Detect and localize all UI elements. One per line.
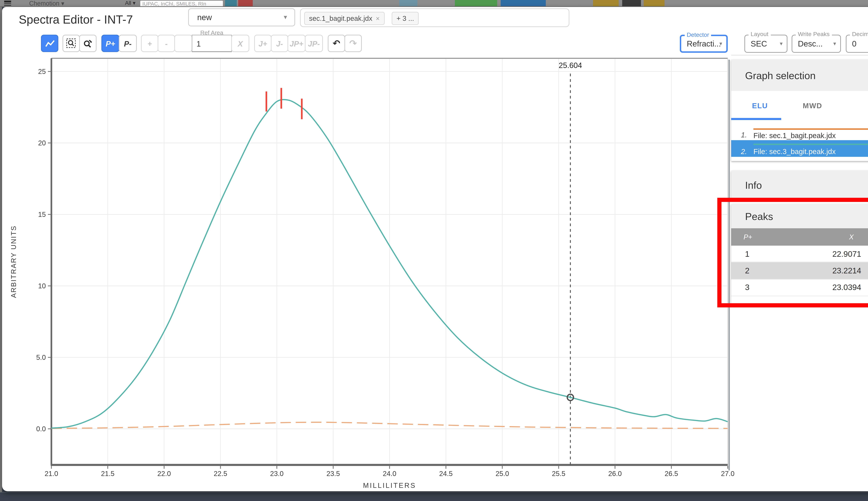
axis-text: 10 (38, 282, 46, 290)
background-toolbar-button (419, 0, 451, 7)
annotation-highlight-rect (717, 198, 868, 307)
chevron-down-icon: ▾ (833, 41, 836, 47)
window-bottom-edge (0, 492, 868, 501)
background-toolbar-button (238, 0, 253, 7)
axis-text: 25 (38, 68, 46, 75)
axis-text: 25.0 (495, 470, 509, 477)
axis-text: 26.5 (665, 470, 678, 477)
axis-text: 21.0 (45, 470, 58, 477)
axis-text: 20 (38, 139, 46, 147)
axis-text: 22.0 (157, 470, 171, 477)
file-list-item-selected[interactable]: 2. File: sec.3_bagit.peak.jdx (731, 140, 868, 157)
cursor-value-label: 25.604 (559, 61, 582, 70)
active-tab-indicator (731, 118, 781, 120)
background-toolbar-button (399, 0, 417, 7)
axis-text: 23.5 (326, 470, 340, 477)
window-left-edge (0, 7, 2, 493)
search-scope-dropdown: All ▾ (125, 0, 136, 7)
axis-text: 25.5 (552, 470, 565, 477)
tab-mwd[interactable]: MWD (803, 101, 822, 110)
background-toolbar-button (455, 0, 497, 7)
background-toolbar-button (644, 0, 665, 7)
y-axis-title: ARBITRARY UNITS (10, 225, 17, 298)
tab-elu[interactable]: ELU (752, 101, 768, 110)
menu-icon (4, 1, 11, 6)
graph-selection-header[interactable]: Graph selection (731, 60, 868, 91)
background-toolbar-button (225, 0, 237, 7)
spectra-chart[interactable]: 21.021.522.022.523.023.524.024.525.025.5… (2, 7, 738, 493)
axis-text: 22.5 (214, 470, 227, 477)
series-color-line (753, 128, 868, 130)
axis-text: 15 (38, 211, 46, 218)
axis-text: 0.0 (36, 425, 46, 433)
write-peaks-select[interactable]: Write Peaks Desc... ▾ (792, 35, 841, 53)
series-color-line (753, 143, 868, 145)
chevron-down-icon: ▾ (780, 41, 783, 47)
layout-select[interactable]: Layout SEC ▾ (744, 35, 787, 53)
axis-text: 23.0 (270, 470, 284, 477)
background-search-input: IUPAC, InChI, SMILES, RIn (140, 0, 223, 7)
axis-text: 21.5 (101, 470, 115, 477)
background-toolbar-button (501, 0, 546, 7)
brand-menu: Chemotion ▾ (29, 0, 64, 7)
decimal-select[interactable]: Decimal 0 ▾ (846, 35, 868, 53)
axis-text: 24.0 (383, 470, 396, 477)
axis-text: 5.0 (36, 353, 46, 361)
info-panel: Info (731, 171, 868, 199)
graph-selection-panel: Graph selection ELU MWD 1. File: sec.1_b… (731, 60, 868, 161)
background-toolbar-button (593, 0, 619, 7)
info-header[interactable]: Info (731, 171, 868, 199)
background-toolbar-button (622, 0, 641, 7)
sidebar-divider (731, 55, 868, 55)
file-list-item[interactable]: 1. File: sec.1_bagit.peak.jdx (731, 127, 868, 140)
background-browser-toolbar: Chemotion ▾ All ▾ IUPAC, InChI, SMILES, … (0, 0, 868, 7)
axis-text: 24.5 (439, 470, 453, 477)
axis-text: 26.0 (608, 470, 622, 477)
background-toolbar-button (558, 0, 578, 7)
axis-text: 27.0 (721, 470, 734, 477)
x-axis-title: MILLILITERS (363, 482, 416, 489)
background-toolbar-button (581, 0, 590, 7)
